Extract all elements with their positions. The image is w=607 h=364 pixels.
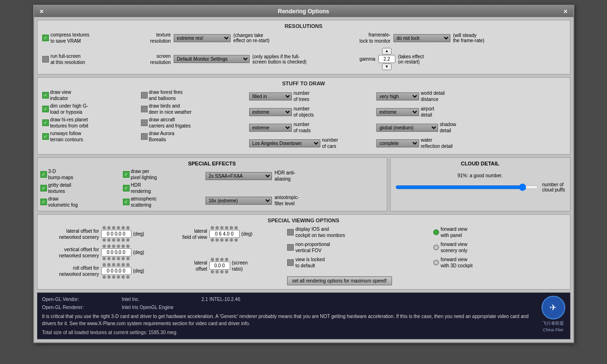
lateral-fov-label: lateral field of view — [169, 228, 207, 240]
hdr-checkbox[interactable]: ✓ — [123, 185, 130, 191]
objects-label: number of objects — [294, 106, 314, 118]
draw-view-checkbox[interactable]: ✓ — [42, 92, 49, 99]
gamma-input[interactable]: 2.2 — [378, 55, 395, 63]
sv-col-2: lateral field of view (deg) lateral offs… — [169, 226, 283, 273]
draw-birds-item: draw birds and deer in nice weather — [141, 103, 245, 115]
max-speed-button[interactable]: set all rendering options for maximum sp… — [287, 276, 392, 285]
roll-offset-label: roll offset for networked scenery — [42, 265, 99, 277]
draw-aurora-item: draw Aurora Borealis — [141, 130, 245, 143]
framerate-lock-select[interactable]: do not lock — [393, 34, 450, 42]
world-detail-select-item: very high world detail distance — [376, 90, 565, 102]
vol-fog-checkbox[interactable]: ✓ — [40, 199, 47, 205]
airport-detail-select-item: extreme airport detail — [376, 106, 565, 118]
forward-view-panel-radio[interactable] — [433, 229, 439, 235]
sv-col-1: lateral offset for networked scenery — [42, 226, 166, 279]
world-detail-select[interactable]: very high — [376, 92, 419, 100]
antialiasing-select[interactable]: 2x SSAA+FXAA — [205, 172, 272, 180]
cloud-detail-section: CLOUD DETAIL 91%: a good number. number … — [390, 157, 570, 211]
version-val: 2.1 INTEL-10.2.46 — [202, 296, 534, 303]
gritty-checkbox[interactable]: ✓ — [40, 185, 47, 191]
trees-label: number of trees — [294, 90, 310, 102]
close-button-left[interactable]: × — [38, 8, 46, 15]
rendering-options-window: × Rendering Options × RESOLUTIONS ✓ comp… — [33, 5, 574, 343]
watermark: ✈ 飞行者联盟 China Flier — [542, 296, 565, 333]
draw-birds-checkbox[interactable] — [141, 106, 148, 112]
forward-view-scenery-item: forward view scenery only — [433, 241, 565, 254]
vendor-val: Intel Inc. — [122, 296, 198, 303]
pixel-lighting-item: ✓ draw per pixel lighting — [123, 168, 204, 181]
draw-dim-checkbox[interactable]: ✓ — [42, 106, 49, 112]
roll-offset-input[interactable] — [101, 267, 131, 275]
draw-col-2: draw forest fires and balloons draw bird… — [141, 89, 245, 150]
draw-carriers-label: draw aircraft carriers and frigates — [149, 117, 191, 129]
texture-resolution-select[interactable]: extreme res! — [174, 34, 231, 42]
info-main-row: Open-GL Vendor: Intel Inc. 2.1 INTEL-10.… — [42, 296, 565, 336]
lateral-offset2-input[interactable] — [209, 262, 230, 270]
lateral-offset2-unit: (screen ratio) — [232, 260, 248, 272]
watermark-icon: ✈ — [550, 301, 557, 314]
run-fullscreen-checkbox[interactable] — [42, 56, 49, 63]
draw-runways-checkbox[interactable]: ✓ — [42, 133, 49, 140]
roads-select[interactable]: extreme — [249, 124, 292, 132]
view-locked-checkbox[interactable] — [287, 259, 294, 266]
screen-resolution-select[interactable]: Default Monitor Settings — [174, 55, 250, 63]
anisotropic-select[interactable]: 16x (extreme) — [205, 197, 272, 205]
atm-scatter-checkbox[interactable]: ✓ — [123, 199, 130, 205]
forward-view-panel-label: forward view with panel — [441, 226, 467, 238]
special-viewing-title: SPECIAL VIEWING OPTIONS — [42, 218, 565, 223]
vendor-key: Open-GL Vendor: — [42, 296, 118, 303]
compress-textures-item: ✓ compress textures to save VRAM — [42, 32, 147, 44]
objects-select[interactable]: extreme — [249, 108, 292, 116]
draw-hires-checkbox[interactable]: ✓ — [42, 119, 49, 126]
stuff-to-draw-section: STUFF TO DRAW ✓ draw view indicator ✓ di… — [37, 77, 570, 155]
close-button-right[interactable]: × — [562, 8, 570, 15]
airport-detail-select[interactable]: extreme — [376, 108, 419, 116]
gamma-item: gamma ▲ 2.2 ▼ (takes effect on restart) — [360, 48, 565, 70]
effects-cloud-row: SPECIAL EFFECTS ✓ 3-D bump-maps ✓ gritty… — [37, 157, 570, 211]
forward-view-3d-radio[interactable] — [433, 260, 439, 265]
view-locked-item: view is locked to default — [287, 256, 325, 269]
draw-forest-checkbox[interactable] — [141, 92, 148, 99]
vertical-offset-unit: (deg) — [133, 250, 144, 255]
antialiasing-item: 2x SSAA+FXAA HDR anti- aliasing — [205, 170, 384, 182]
effects-col-2: ✓ draw per pixel lighting ✓ HDR renderin… — [123, 168, 204, 208]
compress-textures-label: compress textures to save VRAM — [51, 32, 90, 44]
framerate-lock-note: (will steady the frame-rate) — [453, 33, 485, 43]
pixel-lighting-label: draw per pixel lighting — [131, 168, 157, 181]
pixel-lighting-checkbox[interactable]: ✓ — [123, 171, 130, 178]
cloud-detail-title: CLOUD DETAIL — [393, 161, 567, 166]
watermark-text: 飞行者联盟 China Flier — [542, 320, 564, 333]
lateral-fov-input[interactable] — [209, 230, 240, 238]
shadow-detail-select[interactable]: global (medium) — [376, 124, 438, 132]
roll-offset-dots-bottom — [102, 275, 130, 279]
draw-aurora-checkbox[interactable] — [141, 133, 148, 140]
lateral-offset2-label: lateral offset — [169, 260, 207, 272]
draw-col-4: very high world detail distance extreme … — [376, 89, 565, 150]
bump-maps-checkbox[interactable]: ✓ — [40, 171, 47, 178]
vol-fog-item: ✓ draw volumetric fog — [40, 196, 121, 208]
draw-view-label: draw view indicator — [50, 89, 71, 101]
shadow-detail-select-item: global (medium) shadow detail — [376, 121, 565, 134]
compress-textures-checkbox[interactable]: ✓ — [42, 35, 49, 41]
display-ios-checkbox[interactable] — [287, 229, 294, 236]
atm-scatter-label: atmospheric scattering — [131, 196, 157, 208]
water-reflection-select-item: complete water reflection detail — [376, 137, 565, 149]
vertical-offset-input[interactable] — [101, 248, 131, 256]
lateral-offset-input[interactable] — [101, 230, 131, 238]
cars-select[interactable]: Los Angeles Downtown — [249, 139, 320, 147]
roll-offset-dots-top — [102, 263, 130, 266]
gamma-down-btn[interactable]: ▼ — [382, 64, 392, 70]
forward-view-scenery-radio[interactable] — [433, 245, 439, 250]
water-reflection-select[interactable]: complete — [376, 139, 419, 147]
gamma-up-btn[interactable]: ▲ — [382, 48, 392, 55]
non-proportional-item: non-proportional vertical FOV — [287, 241, 330, 254]
trees-select[interactable]: filled in — [249, 92, 292, 100]
display-ios-item: display IOS and cockpit on two monitors — [287, 226, 346, 238]
non-proportional-checkbox[interactable] — [287, 244, 294, 251]
texture-resolution-note: (changes take effect on re-start) — [233, 33, 270, 43]
info-box: Open-GL Vendor: Intel Inc. 2.1 INTEL-10.… — [37, 292, 570, 339]
draw-carriers-checkbox[interactable] — [141, 119, 148, 126]
draw-dim-label: dim under high G- load or hypoxia — [50, 103, 88, 115]
cloud-slider[interactable] — [395, 183, 539, 191]
effects-col-1: ✓ 3-D bump-maps ✓ gritty detail textures… — [40, 168, 121, 208]
